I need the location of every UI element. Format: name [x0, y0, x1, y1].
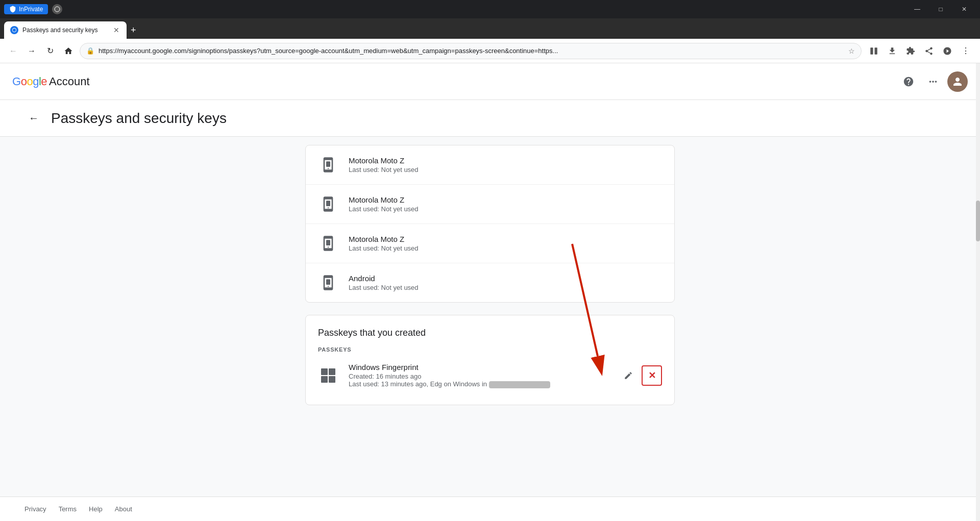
device-info: Motorola Moto Z Last used: Not yet used: [349, 156, 419, 173]
window-controls: — □ ✕: [905, 0, 976, 18]
google-account-text: Account: [49, 75, 90, 88]
svg-point-6: [328, 207, 329, 208]
google-account-header: Google Account: [0, 63, 980, 100]
collections-icon[interactable]: [939, 43, 955, 59]
blurred-location: [489, 381, 550, 388]
svg-rect-9: [326, 279, 330, 285]
device-last-used: Last used: Not yet used: [349, 166, 419, 173]
google-logo: Google: [12, 75, 47, 88]
list-item: Motorola Moto Z Last used: Not yet used: [306, 185, 674, 224]
toolbar-icons: ⋮: [866, 43, 974, 59]
help-button[interactable]: [898, 71, 919, 92]
device-info: Motorola Moto Z Last used: Not yet used: [349, 235, 419, 252]
edit-passkey-button[interactable]: [619, 366, 638, 385]
device-last-used: Last used: Not yet used: [349, 205, 419, 213]
terms-link[interactable]: Terms: [59, 505, 77, 513]
content-area: Motorola Moto Z Last used: Not yet used …: [281, 145, 699, 405]
scroll-thumb[interactable]: [976, 201, 980, 241]
passkey-info: Windows Fingerprint Created: 16 minutes …: [349, 363, 609, 388]
device-icon: [318, 194, 338, 214]
devices-card: Motorola Moto Z Last used: Not yet used …: [305, 145, 675, 303]
svg-rect-2: [875, 47, 877, 55]
device-icon: [318, 233, 338, 254]
tab-title: Passkeys and security keys: [22, 27, 108, 34]
active-tab[interactable]: Passkeys and security keys ✕: [4, 21, 127, 39]
windows-logo-icon: [321, 368, 335, 383]
browser-frame: InPrivate — □ ✕ Passkeys and security ke…: [0, 0, 980, 521]
inprivate-badge: InPrivate: [4, 4, 48, 14]
address-input[interactable]: 🔒 https://myaccount.google.com/signinopt…: [80, 43, 862, 59]
list-item: Motorola Moto Z Last used: Not yet used: [306, 145, 674, 185]
svg-point-0: [55, 7, 60, 12]
page-title: Passkeys and security keys: [51, 110, 227, 127]
title-bar: InPrivate — □ ✕: [0, 0, 980, 18]
passkeys-section-title: Passkeys that you created: [318, 328, 662, 338]
device-name: Motorola Moto Z: [349, 156, 419, 165]
device-name: Motorola Moto Z: [349, 195, 419, 204]
footer: Privacy Terms Help About: [0, 497, 980, 521]
forward-nav-button[interactable]: →: [24, 44, 39, 58]
svg-rect-7: [326, 240, 330, 245]
device-name: Android: [349, 274, 419, 283]
help-link[interactable]: Help: [89, 505, 103, 513]
star-icon[interactable]: ☆: [848, 47, 855, 55]
privacy-link[interactable]: Privacy: [24, 505, 46, 513]
back-nav-button[interactable]: ←: [6, 44, 20, 58]
header-icons: [898, 71, 968, 92]
scrollbar[interactable]: [976, 63, 980, 521]
share-icon[interactable]: [921, 43, 937, 59]
page-title-bar: ← Passkeys and security keys: [0, 100, 980, 137]
device-info: Motorola Moto Z Last used: Not yet used: [349, 195, 419, 213]
passkey-actions: ✕: [619, 365, 662, 386]
apps-button[interactable]: [923, 71, 943, 92]
download-icon[interactable]: [884, 43, 900, 59]
new-tab-button[interactable]: +: [127, 21, 140, 39]
device-info: Android Last used: Not yet used: [349, 274, 419, 291]
reading-view-icon[interactable]: [866, 43, 882, 59]
svg-rect-3: [326, 161, 330, 167]
main-content: Motorola Moto Z Last used: Not yet used …: [0, 137, 980, 497]
passkey-name: Windows Fingerprint: [349, 363, 609, 371]
home-button[interactable]: [61, 44, 76, 58]
url-text: https://myaccount.google.com/signinoptio…: [99, 47, 844, 55]
extensions-icon[interactable]: [902, 43, 919, 59]
passkeys-card: Passkeys that you created PASSKEYS: [305, 315, 675, 405]
device-name: Motorola Moto Z: [349, 235, 419, 243]
passkey-item: Windows Fingerprint Created: 16 minutes …: [318, 359, 662, 392]
list-item: Android Last used: Not yet used: [306, 263, 674, 302]
refresh-button[interactable]: ↻: [43, 44, 57, 58]
maximize-button[interactable]: □: [929, 0, 952, 18]
lock-icon: 🔒: [86, 47, 94, 55]
menu-icon[interactable]: ⋮: [958, 43, 974, 59]
device-icon: [318, 155, 338, 175]
avatar[interactable]: [947, 71, 968, 92]
passkeys-label: PASSKEYS: [318, 346, 662, 353]
device-last-used: Last used: Not yet used: [349, 244, 419, 252]
browser-icon: [52, 4, 62, 14]
tab-close-button[interactable]: ✕: [112, 26, 120, 34]
passkey-created: Created: 16 minutes ago: [349, 373, 609, 380]
tab-bar: Passkeys and security keys ✕ +: [0, 18, 980, 39]
close-button[interactable]: ✕: [952, 0, 976, 18]
logo-area: Google Account: [12, 75, 90, 88]
delete-passkey-button[interactable]: ✕: [642, 365, 662, 386]
device-icon: [318, 272, 338, 293]
address-bar: ← → ↻ 🔒 https://myaccount.google.com/sig…: [0, 39, 980, 63]
list-item: Motorola Moto Z Last used: Not yet used: [306, 224, 674, 263]
device-last-used: Last used: Not yet used: [349, 284, 419, 291]
tab-favicon: [10, 26, 18, 34]
svg-rect-5: [326, 201, 330, 206]
about-link[interactable]: About: [115, 505, 132, 513]
passkey-last-used: Last used: 13 minutes ago, Edg on Window…: [349, 380, 609, 388]
svg-point-8: [328, 246, 329, 247]
passkey-last-used-text: Last used: 13 minutes ago, Edg on Window…: [349, 380, 489, 388]
svg-rect-1: [870, 47, 873, 55]
minimize-button[interactable]: —: [905, 0, 929, 18]
svg-point-4: [328, 168, 329, 169]
windows-passkey-icon: [318, 365, 338, 386]
svg-point-10: [328, 286, 329, 287]
page-content: Google Account ← Passkeys and security k…: [0, 63, 980, 521]
back-button[interactable]: ←: [24, 109, 43, 128]
